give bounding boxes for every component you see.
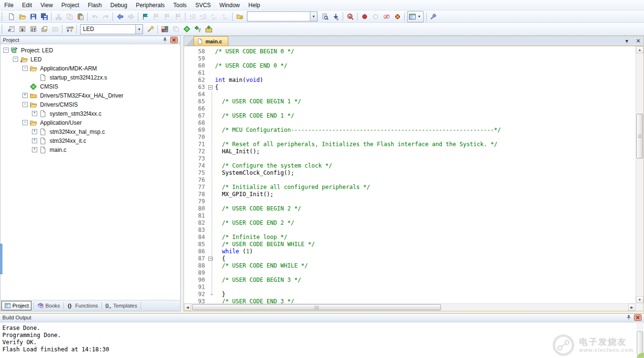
code-editor[interactable]: 58/* USER CODE BEGIN 0 */5960/* USER COD… xyxy=(184,46,635,303)
scroll-right-button[interactable]: ▶ xyxy=(628,304,635,311)
vertical-scroll-thumb[interactable] xyxy=(636,114,643,159)
find-button[interactable] xyxy=(319,11,330,22)
collapse-icon[interactable]: − xyxy=(3,48,9,53)
breakpoint-disable-all-button[interactable] xyxy=(381,11,392,22)
editor-vertical-scrollbar[interactable]: ▲ ▼ xyxy=(635,46,644,303)
manage-project-items-button[interactable] xyxy=(159,24,170,34)
bookmark-clear-all-button[interactable] xyxy=(173,11,184,22)
editor-tab-main-c[interactable]: main.c xyxy=(194,36,228,46)
paste-button[interactable] xyxy=(75,11,86,22)
cut-button[interactable] xyxy=(53,11,64,22)
collapse-icon[interactable]: − xyxy=(13,57,18,62)
expand-icon[interactable]: + xyxy=(32,129,37,134)
copy-button[interactable] xyxy=(64,11,75,22)
target-combo[interactable]: LED▼ xyxy=(80,24,143,34)
expand-icon[interactable]: + xyxy=(32,111,37,116)
save-button[interactable] xyxy=(28,11,39,22)
left-edge-scrollbar[interactable] xyxy=(0,244,2,274)
tree-item-main-c[interactable]: +main.c xyxy=(0,145,180,154)
pack-installer-button[interactable] xyxy=(203,24,214,34)
scroll-up-button[interactable]: ▲ xyxy=(636,46,644,53)
menu-flash[interactable]: Flash xyxy=(83,0,106,10)
menu-help[interactable]: Help xyxy=(244,0,265,10)
menu-debug[interactable]: Debug xyxy=(106,0,132,10)
debug-restore-views-button[interactable]: ▼ xyxy=(407,11,424,22)
collapse-icon[interactable]: − xyxy=(22,66,28,71)
redo-button[interactable] xyxy=(100,11,111,22)
toolbar-grip[interactable] xyxy=(1,12,4,21)
build-output-scrollbar[interactable] xyxy=(636,323,644,358)
uncomment-selection-button[interactable]: */ xyxy=(220,11,231,22)
menu-window[interactable]: Window xyxy=(215,0,244,10)
collapse-icon[interactable]: − xyxy=(22,102,28,107)
tab-functions[interactable]: {}Functions xyxy=(65,301,101,310)
incremental-find-button[interactable] xyxy=(330,11,341,22)
editor-horizontal-scrollbar[interactable]: ◀ ▶ xyxy=(184,303,635,311)
menu-edit[interactable]: Edit xyxy=(18,0,36,10)
tree-item-drivers-stm32f4xx-hal-driver[interactable]: +Drivers/STM32F4xx_HAL_Driver xyxy=(0,91,180,100)
navigate-back-button[interactable] xyxy=(114,11,125,22)
menu-tools[interactable]: Tools xyxy=(169,0,191,10)
expand-icon[interactable]: + xyxy=(32,138,37,143)
comment-selection-button[interactable]: /* xyxy=(209,11,220,22)
multi-project-button[interactable] xyxy=(170,24,181,34)
new-file-button[interactable] xyxy=(6,11,17,22)
breakpoint-toggle-button[interactable] xyxy=(359,11,370,22)
rebuild-button[interactable] xyxy=(28,24,39,34)
runtime-environment-button[interactable] xyxy=(181,24,192,34)
tab-list-dropdown-button[interactable]: ▼ xyxy=(624,39,630,44)
scroll-left-button[interactable]: ◀ xyxy=(184,304,191,311)
tab-project[interactable]: Project xyxy=(1,301,31,310)
bookmark-prev-button[interactable] xyxy=(151,11,162,22)
menu-svcs[interactable]: SVCS xyxy=(191,0,215,10)
collapse-icon[interactable]: − xyxy=(22,120,28,125)
unindent-button[interactable] xyxy=(187,11,198,22)
menu-file[interactable]: File xyxy=(0,0,18,10)
options-for-target-button[interactable] xyxy=(145,24,156,34)
batch-build-button[interactable] xyxy=(39,24,50,34)
tree-item-startup-stm32f412zx-s[interactable]: startup_stm32f412zx.s xyxy=(0,73,180,82)
tree-item-application-mdk-arm[interactable]: −Application/MDK-ARM xyxy=(0,64,180,73)
expand-icon[interactable]: + xyxy=(22,93,28,98)
bookmark-next-button[interactable] xyxy=(162,11,173,22)
tree-item-application-user[interactable]: −Application/User xyxy=(0,118,180,127)
tree-item-system-stm32f4xx-c[interactable]: +system_stm32f4xx.c xyxy=(0,109,180,118)
tree-item-stm32f4xx-it-c[interactable]: +stm32f4xx_it.c xyxy=(0,136,180,145)
translate-button[interactable] xyxy=(6,24,17,34)
pin-button[interactable] xyxy=(161,37,169,43)
configure-button[interactable] xyxy=(428,11,439,22)
lookup-button[interactable]: d xyxy=(345,11,356,22)
undo-button[interactable] xyxy=(89,11,100,22)
find-in-files-button[interactable] xyxy=(234,11,245,22)
open-file-button[interactable] xyxy=(17,11,28,22)
fold-collapse-icon[interactable]: − xyxy=(208,85,213,90)
close-button[interactable] xyxy=(170,37,178,43)
chevron-down-icon[interactable]: ▼ xyxy=(135,25,143,34)
bookmark-toggle-button[interactable] xyxy=(140,11,151,22)
menu-peripherals[interactable]: Peripherals xyxy=(132,0,169,10)
build-close-button[interactable] xyxy=(634,314,642,321)
expand-icon[interactable]: + xyxy=(32,147,37,152)
build-pin-button[interactable] xyxy=(624,314,633,321)
stop-build-button[interactable] xyxy=(50,24,61,34)
chevron-down-icon[interactable]: ▼ xyxy=(310,12,317,21)
close-document-button[interactable]: ✕ xyxy=(635,38,642,44)
tree-item-drivers-cmsis[interactable]: −Drivers/CMSIS xyxy=(0,100,180,109)
scroll-down-button[interactable]: ▼ xyxy=(636,296,644,303)
menu-view[interactable]: View xyxy=(36,0,57,10)
tree-item-led[interactable]: −LED xyxy=(0,55,180,64)
save-all-button[interactable] xyxy=(39,11,50,22)
tab-books[interactable]: ?Books xyxy=(35,301,62,310)
search-combo[interactable]: ▼ xyxy=(247,11,317,21)
download-button[interactable]: LOAD xyxy=(64,24,75,34)
tree-item-cmsis[interactable]: CMSIS xyxy=(0,82,180,91)
breakpoint-kill-all-button[interactable] xyxy=(392,11,403,22)
tab-templates[interactable]: {}Templates xyxy=(103,301,140,310)
build-scroll-thumb[interactable] xyxy=(637,331,643,355)
navigate-forward-button[interactable] xyxy=(125,11,136,22)
toolbar-grip[interactable] xyxy=(1,25,4,33)
select-packs-button[interactable] xyxy=(192,24,203,34)
build-button[interactable] xyxy=(17,24,28,34)
tree-item-project-led[interactable]: −Project: LED xyxy=(0,46,180,55)
indent-button[interactable] xyxy=(198,11,209,22)
